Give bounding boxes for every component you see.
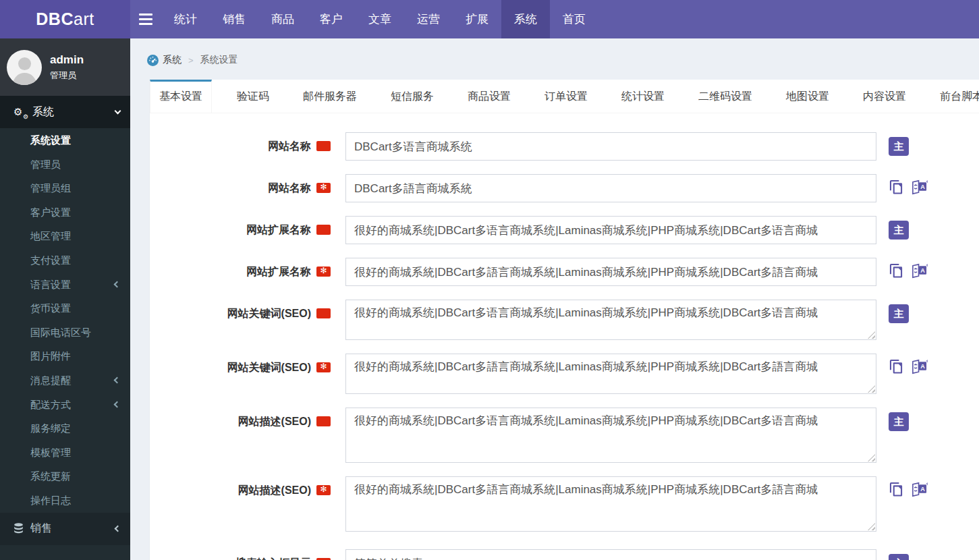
sidebar-item-system-update[interactable]: 系统更新 — [0, 464, 130, 488]
sidebar-item-payment-settings[interactable]: 支付设置 — [0, 248, 130, 273]
site-name-hk-input[interactable] — [345, 174, 876, 202]
nav-item-stats[interactable]: 统计 — [161, 0, 210, 38]
field-label: 网站描述(SEO) — [150, 408, 331, 436]
primary-lang-button[interactable]: 主 — [889, 304, 909, 323]
chevron-down-icon — [115, 108, 121, 115]
translate-button[interactable]: A — [911, 358, 928, 375]
breadcrumb-separator: > — [188, 55, 194, 65]
sidebar-section-sales[interactable]: 销售 — [0, 513, 130, 545]
primary-lang-button[interactable]: 主 — [889, 554, 909, 560]
copy-icon — [889, 271, 904, 281]
sidebar-item-service-binding[interactable]: 服务绑定 — [0, 416, 130, 441]
hk-flag-icon — [316, 485, 331, 495]
breadcrumb-current: 系统设置 — [200, 54, 238, 66]
copy-button[interactable] — [889, 179, 904, 196]
nav-item-sales[interactable]: 销售 — [210, 0, 258, 38]
primary-lang-button[interactable]: 主 — [889, 137, 909, 156]
main-nav: 统计 销售 商品 客户 文章 运营 扩展 系统 首页 — [130, 0, 598, 38]
tab-map-settings[interactable]: 地图设置 — [777, 80, 838, 113]
tab-order-settings[interactable]: 订单设置 — [536, 80, 596, 113]
settings-tabs: 基本设置 验证码 邮件服务器 短信服务 商品设置 订单设置 统计设置 二维码设置… — [150, 80, 979, 113]
form-row: 网站关键词(SEO) 很好的商城系統|DBCart多語言商城系統|Laminas… — [150, 354, 979, 394]
form-row: 网站描述(SEO) 很好的商城系统|DBCart多语言商城系统|Laminas商… — [150, 408, 979, 463]
search-placeholder-cn-input[interactable] — [345, 549, 876, 560]
copy-button[interactable] — [889, 262, 904, 279]
sidebar-item-image-attachments[interactable]: 图片附件 — [0, 344, 130, 368]
tab-stats-settings[interactable]: 统计设置 — [613, 80, 673, 113]
copy-button[interactable] — [889, 358, 904, 375]
hk-flag-icon — [316, 183, 331, 193]
sidebar-item-admin-groups[interactable]: 管理员组 — [0, 176, 130, 200]
sidebar-item-admins[interactable]: 管理员 — [0, 152, 130, 177]
sidebar-item-regions[interactable]: 地区管理 — [0, 224, 130, 248]
sidebar-item-language-settings[interactable]: 语言设置 — [0, 273, 130, 297]
sidebar: admin 管理员 ⚙⚙ 系统 系统设置 管理员 管理员组 客户设置 地区管理 … — [0, 38, 130, 560]
nav-item-products[interactable]: 商品 — [258, 0, 307, 38]
copy-icon — [889, 188, 904, 198]
nav-item-articles[interactable]: 文章 — [356, 0, 404, 38]
seo-keywords-hk-textarea[interactable]: 很好的商城系統|DBCart多語言商城系統|Laminas商城系統|PHP商城系… — [345, 354, 876, 394]
translate-button[interactable]: A — [911, 481, 928, 498]
copy-button[interactable] — [889, 481, 904, 498]
tab-qrcode-settings[interactable]: 二维码设置 — [690, 80, 761, 113]
sidebar-toggle-button[interactable] — [130, 0, 161, 38]
site-name-cn-input[interactable] — [345, 132, 876, 161]
nav-item-operations[interactable]: 运营 — [404, 0, 453, 38]
svg-text:A: A — [920, 267, 925, 274]
field-label: 网站扩展名称 — [150, 216, 331, 244]
nav-item-home[interactable]: 首页 — [550, 0, 598, 38]
translate-icon: A — [911, 490, 928, 500]
sidebar-item-intl-dial-codes[interactable]: 国际电话区号 — [0, 320, 130, 345]
sidebar-item-notifications[interactable]: 消息提醒 — [0, 368, 130, 393]
hamburger-icon — [139, 13, 152, 16]
sidebar-item-shipping-methods[interactable]: 配送方式 — [0, 393, 130, 417]
tab-basic-settings[interactable]: 基本设置 — [150, 80, 212, 113]
translate-button[interactable]: A — [911, 179, 928, 196]
tab-captcha[interactable]: 验证码 — [228, 80, 278, 113]
nav-item-system[interactable]: 系统 — [501, 0, 550, 38]
sidebar-section-system[interactable]: ⚙⚙ 系统 — [0, 96, 130, 128]
field-label: 网站描述(SEO) — [150, 476, 331, 505]
form-row: 网站扩展名称 主 — [150, 216, 979, 244]
logo-text-bold: DBC — [36, 9, 74, 28]
seo-description-hk-textarea[interactable]: 很好的商城系統|DBCart多語言商城系統|Laminas商城系統|PHP商城系… — [345, 476, 876, 532]
site-ext-name-hk-input[interactable] — [345, 258, 876, 286]
top-navbar: DBCart 统计 销售 商品 客户 文章 运营 扩展 系统 首页 — [0, 0, 979, 38]
tab-front-scripts[interactable]: 前台脚本 — [931, 80, 979, 113]
sidebar-item-templates[interactable]: 模板管理 — [0, 441, 130, 465]
chevron-left-icon — [114, 281, 121, 287]
nav-item-customers[interactable]: 客户 — [307, 0, 356, 38]
tab-sms-service[interactable]: 短信服务 — [382, 80, 443, 113]
cn-flag-icon — [316, 308, 331, 318]
sidebar-item-currency-settings[interactable]: 货币设置 — [0, 296, 130, 320]
field-label: 搜索输入框显示 — [150, 549, 331, 560]
form-row: 搜索输入框显示 主 — [150, 549, 979, 560]
chevron-left-icon — [115, 526, 121, 532]
form-row: 网站扩展名称 A — [150, 258, 979, 286]
sidebar-item-operation-logs[interactable]: 操作日志 — [0, 488, 130, 513]
primary-lang-button[interactable]: 主 — [889, 412, 909, 431]
field-label: 网站名称 — [150, 132, 331, 161]
nav-item-extensions[interactable]: 扩展 — [453, 0, 501, 38]
cn-flag-icon — [316, 225, 331, 235]
basic-settings-form: 网站名称 主 网站名称 A — [150, 113, 979, 560]
svg-text:A: A — [920, 363, 925, 370]
seo-description-cn-textarea[interactable]: 很好的商城系统|DBCart多语言商城系统|Laminas商城系统|PHP商城系… — [345, 408, 876, 463]
sidebar-item-customer-settings[interactable]: 客户设置 — [0, 200, 130, 225]
form-row: 网站关键词(SEO) 很好的商城系统|DBCart多语言商城系统|Laminas… — [150, 300, 979, 340]
tab-mail-server[interactable]: 邮件服务器 — [294, 80, 366, 113]
seo-keywords-cn-textarea[interactable]: 很好的商城系统|DBCart多语言商城系统|Laminas商城系统|PHP商城系… — [345, 300, 876, 340]
sidebar-item-system-settings[interactable]: 系统设置 — [0, 128, 130, 152]
translate-icon: A — [911, 271, 928, 281]
logo[interactable]: DBCart — [0, 0, 130, 38]
site-ext-name-cn-input[interactable] — [345, 216, 876, 244]
translate-button[interactable]: A — [911, 262, 928, 279]
tab-content-settings[interactable]: 内容设置 — [854, 80, 915, 113]
tab-product-settings[interactable]: 商品设置 — [459, 80, 520, 113]
cn-flag-icon — [316, 416, 331, 426]
breadcrumb-section[interactable]: 系统 — [163, 54, 181, 66]
dashboard-icon — [147, 55, 159, 66]
primary-lang-button[interactable]: 主 — [889, 221, 909, 240]
hk-flag-icon — [316, 362, 331, 372]
hk-flag-icon — [316, 267, 331, 277]
